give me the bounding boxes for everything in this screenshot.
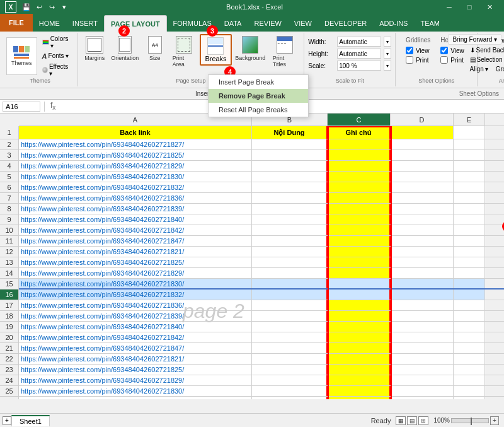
cell-a11[interactable]: https://www.pinterest.com/pin/6934840426…: [19, 236, 252, 246]
cell-d12[interactable]: [391, 247, 454, 257]
cell-d18[interactable]: [391, 311, 454, 321]
row-header-22[interactable]: 22: [0, 354, 18, 365]
scale-dropdown[interactable]: ▾: [384, 61, 391, 71]
cell-e12[interactable]: [454, 247, 485, 257]
zoom-in-btn[interactable]: +: [490, 416, 499, 425]
cell-e24[interactable]: [454, 375, 485, 385]
cell-c26[interactable]: [328, 397, 391, 399]
height-input[interactable]: [337, 49, 381, 59]
background-btn[interactable]: Background: [233, 34, 268, 63]
cell-b15[interactable]: [252, 279, 328, 288]
tab-addins[interactable]: ADD-INS: [373, 15, 414, 32]
cell-c14[interactable]: [328, 268, 391, 278]
cell-b26[interactable]: [252, 397, 328, 399]
cell-a12[interactable]: https://www.pinterest.com/pin/6934840426…: [19, 247, 252, 257]
cell-b11[interactable]: [252, 236, 328, 246]
cell-d11[interactable]: [391, 236, 454, 246]
cell-d4[interactable]: [391, 161, 454, 171]
print-titles-btn[interactable]: = = = Print Titles: [269, 34, 301, 69]
cell-e9[interactable]: [454, 214, 485, 225]
send-backward-btn[interactable]: ⬇Send Backward ▾: [467, 46, 505, 54]
row-header-13[interactable]: 13: [0, 257, 18, 268]
print-area-btn[interactable]: Print Area: [169, 34, 198, 69]
cell-a23[interactable]: https://www.pinterest.com/pin/6934840426…: [19, 365, 252, 375]
cell-a5[interactable]: https://www.pinterest.com/pin/6934840426…: [19, 172, 252, 182]
group-btn[interactable]: Group▾: [493, 65, 504, 73]
cell-a2[interactable]: https://www.pinterest.com/pin/6934840426…: [19, 139, 252, 149]
row-header-15[interactable]: 15: [0, 279, 18, 290]
cell-e2[interactable]: [454, 139, 485, 149]
cell-a22[interactable]: https://www.pinterest.com/pin/6934840426…: [19, 354, 252, 364]
cell-c2[interactable]: [328, 139, 391, 149]
cell-a14[interactable]: https://www.pinterest.com/pin/6934840426…: [19, 268, 252, 278]
cell-d5[interactable]: [391, 172, 454, 182]
tab-insert[interactable]: INSERT: [66, 15, 104, 32]
cell-b22[interactable]: [252, 354, 328, 364]
cell-e5[interactable]: [454, 172, 485, 182]
colors-btn[interactable]: Colors ▾: [40, 35, 74, 50]
row-header-20[interactable]: 20: [0, 332, 18, 343]
cell-d22[interactable]: [391, 354, 454, 364]
cell-b8[interactable]: [252, 204, 328, 214]
cell-e6[interactable]: [454, 182, 485, 192]
cell-b12[interactable]: [252, 247, 328, 257]
cell-c20[interactable]: [328, 332, 391, 342]
cell-c11[interactable]: [328, 236, 391, 246]
cell-a4[interactable]: https://www.pinterest.com/pin/6934840426…: [19, 161, 252, 171]
cell-a3[interactable]: https://www.pinterest.com/pin/6934840426…: [19, 150, 252, 160]
breaks-btn[interactable]: Breaks: [200, 34, 232, 66]
cell-c6[interactable]: [328, 182, 391, 192]
reset-page-breaks-item[interactable]: Reset All Page Breaks: [209, 103, 308, 117]
cell-d3[interactable]: [391, 150, 454, 160]
cell-b7[interactable]: [252, 193, 328, 203]
width-input[interactable]: [337, 37, 381, 47]
cell-e22[interactable]: [454, 354, 485, 364]
cell-c13[interactable]: [328, 257, 391, 267]
undo-qa-btn[interactable]: ↩: [34, 2, 44, 12]
width-dropdown[interactable]: ▾: [384, 37, 391, 47]
cell-a20[interactable]: https://www.pinterest.com/pin/6934840426…: [19, 332, 252, 342]
row-header-6[interactable]: 6: [0, 182, 18, 193]
cell-c3[interactable]: [328, 150, 391, 160]
cell-b21[interactable]: [252, 343, 328, 353]
cell-d15[interactable]: [391, 279, 454, 288]
cell-e19[interactable]: [454, 322, 485, 332]
redo-qa-btn[interactable]: ↪: [47, 2, 57, 12]
cell-d14[interactable]: [391, 268, 454, 278]
cell-b3[interactable]: [252, 150, 328, 160]
minimize-btn[interactable]: ─: [440, 0, 459, 14]
cell-e11[interactable]: [454, 236, 485, 246]
headings-print-checkbox[interactable]: [440, 56, 448, 64]
cell-a8[interactable]: https://www.pinterest.com/pin/6934840426…: [19, 204, 252, 214]
cell-c18[interactable]: [328, 311, 391, 321]
cell-b13[interactable]: [252, 257, 328, 267]
cell-d21[interactable]: [391, 343, 454, 353]
cell-e8[interactable]: [454, 204, 485, 214]
row-header-18[interactable]: 18: [0, 311, 18, 322]
orientation-btn[interactable]: Orientation: [109, 34, 141, 63]
cell-d6[interactable]: [391, 182, 454, 192]
gridlines-view-checkbox[interactable]: [406, 47, 413, 54]
row-header-25[interactable]: 25: [0, 386, 18, 397]
cell-b24[interactable]: [252, 375, 328, 385]
cell-d23[interactable]: [391, 365, 454, 375]
cell-e4[interactable]: [454, 161, 485, 171]
tab-team[interactable]: TEAM: [414, 15, 446, 32]
cell-a7[interactable]: https://www.pinterest.com/pin/6934840426…: [19, 193, 252, 203]
cell-e18[interactable]: [454, 311, 485, 321]
cell-a17[interactable]: https://www.pinterest.com/pin/6934840426…: [19, 300, 252, 310]
cell-e7[interactable]: [454, 193, 485, 203]
row-header-8[interactable]: 8: [0, 204, 18, 214]
row-header-1[interactable]: 1: [0, 126, 18, 139]
add-sheet-btn[interactable]: +: [3, 416, 11, 425]
cell-c5[interactable]: [328, 172, 391, 182]
cell-a24[interactable]: https://www.pinterest.com/pin/6934840426…: [19, 375, 252, 385]
cell-b6[interactable]: [252, 182, 328, 192]
row-header-17[interactable]: 17: [0, 300, 18, 311]
cell-c21[interactable]: [328, 343, 391, 353]
row-header-16[interactable]: 16: [0, 290, 18, 300]
cell-d17[interactable]: [391, 300, 454, 310]
cell-c1[interactable]: Ghi chú: [328, 126, 391, 139]
cell-a18[interactable]: https://www.pinterest.com/pin/6934840426…: [19, 311, 252, 321]
close-btn[interactable]: ✕: [480, 0, 499, 14]
